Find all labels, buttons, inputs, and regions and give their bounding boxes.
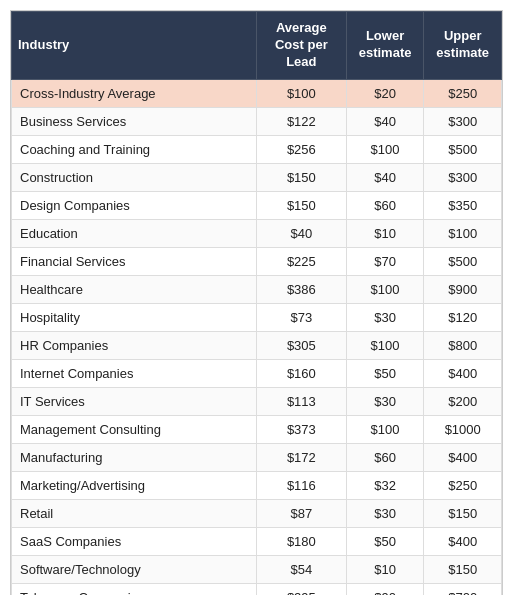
row-lower: $90 [346,583,424,595]
row-lower: $60 [346,443,424,471]
row-upper: $100 [424,219,502,247]
row-avg-cost: $100 [257,79,347,107]
row-lower: $40 [346,107,424,135]
row-lower: $70 [346,247,424,275]
row-upper: $150 [424,499,502,527]
row-avg-cost: $150 [257,163,347,191]
row-upper: $500 [424,135,502,163]
row-industry: Coaching and Training [12,135,257,163]
row-lower: $50 [346,359,424,387]
header-lower: Lower estimate [346,12,424,80]
cost-per-lead-table: Industry Average Cost per Lead Lower est… [10,10,503,595]
row-avg-cost: $54 [257,555,347,583]
row-lower: $32 [346,471,424,499]
row-industry: Construction [12,163,257,191]
row-avg-cost: $73 [257,303,347,331]
header-industry: Industry [12,12,257,80]
header-upper: Upper estimate [424,12,502,80]
row-lower: $10 [346,555,424,583]
row-upper: $300 [424,107,502,135]
row-lower: $50 [346,527,424,555]
row-upper: $800 [424,331,502,359]
row-avg-cost: $160 [257,359,347,387]
row-avg-cost: $87 [257,499,347,527]
row-upper: $400 [424,359,502,387]
row-industry: Financial Services [12,247,257,275]
row-industry: Manufacturing [12,443,257,471]
row-avg-cost: $150 [257,191,347,219]
row-lower: $60 [346,191,424,219]
row-upper: $1000 [424,415,502,443]
row-lower: $10 [346,219,424,247]
row-avg-cost: $116 [257,471,347,499]
row-lower: $100 [346,415,424,443]
row-lower: $100 [346,135,424,163]
row-industry: Internet Companies [12,359,257,387]
row-upper: $250 [424,79,502,107]
row-avg-cost: $113 [257,387,347,415]
row-upper: $250 [424,471,502,499]
row-avg-cost: $122 [257,107,347,135]
row-lower: $100 [346,331,424,359]
row-upper: $150 [424,555,502,583]
row-upper: $350 [424,191,502,219]
row-avg-cost: $295 [257,583,347,595]
row-upper: $120 [424,303,502,331]
row-lower: $30 [346,387,424,415]
row-upper: $400 [424,443,502,471]
row-industry: Retail [12,499,257,527]
row-industry: HR Companies [12,331,257,359]
row-upper: $400 [424,527,502,555]
row-industry: Software/Technology [12,555,257,583]
row-industry: Hospitality [12,303,257,331]
row-industry: IT Services [12,387,257,415]
row-industry: Cross-Industry Average [12,79,257,107]
header-avg-cost: Average Cost per Lead [257,12,347,80]
row-industry: Marketing/Advertising [12,471,257,499]
row-lower: $30 [346,303,424,331]
row-industry: Business Services [12,107,257,135]
row-lower: $100 [346,275,424,303]
row-avg-cost: $386 [257,275,347,303]
row-avg-cost: $373 [257,415,347,443]
row-upper: $500 [424,247,502,275]
row-industry: Healthcare [12,275,257,303]
row-avg-cost: $180 [257,527,347,555]
row-industry: SaaS Companies [12,527,257,555]
row-lower: $30 [346,499,424,527]
row-industry: Telecoms Companies [12,583,257,595]
row-upper: $900 [424,275,502,303]
row-avg-cost: $305 [257,331,347,359]
row-avg-cost: $256 [257,135,347,163]
row-industry: Design Companies [12,191,257,219]
row-upper: $300 [424,163,502,191]
row-lower: $20 [346,79,424,107]
row-upper: $700 [424,583,502,595]
row-industry: Management Consulting [12,415,257,443]
row-upper: $200 [424,387,502,415]
row-lower: $40 [346,163,424,191]
row-industry: Education [12,219,257,247]
row-avg-cost: $172 [257,443,347,471]
row-avg-cost: $40 [257,219,347,247]
row-avg-cost: $225 [257,247,347,275]
